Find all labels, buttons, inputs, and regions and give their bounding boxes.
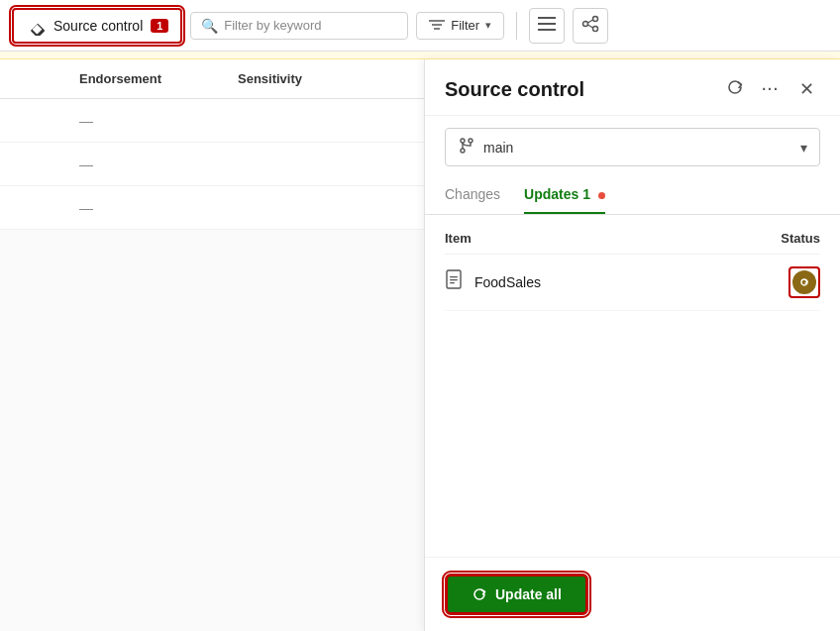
table-header: Endorsement Sensitivity bbox=[0, 59, 424, 99]
source-control-panel: Source control ··· ✕ bbox=[424, 59, 840, 631]
svg-rect-20 bbox=[450, 282, 455, 283]
search-box: 🔍 Filter by keyword bbox=[190, 12, 408, 40]
table-row: — bbox=[0, 99, 424, 143]
close-icon: ✕ bbox=[799, 78, 814, 100]
update-all-section: Update all bbox=[425, 557, 840, 631]
tab-updates[interactable]: Updates 1 bbox=[524, 178, 605, 214]
tabs: Changes Updates 1 bbox=[425, 178, 840, 215]
svg-point-14 bbox=[461, 149, 465, 153]
more-options-button[interactable]: ··· bbox=[757, 75, 785, 103]
tab-changes[interactable]: Changes bbox=[445, 178, 500, 214]
table-row: — bbox=[0, 143, 424, 186]
svg-point-15 bbox=[469, 139, 472, 143]
panel-header: Source control ··· ✕ bbox=[425, 59, 840, 116]
items-header: Item Status bbox=[445, 231, 820, 255]
branch-chevron-icon: ▾ bbox=[800, 140, 807, 156]
endorsement-cell: — bbox=[79, 157, 238, 172]
close-button[interactable]: ✕ bbox=[792, 75, 820, 103]
source-control-label: Source control bbox=[53, 18, 143, 34]
graph-view-button[interactable] bbox=[573, 8, 608, 44]
sensitivity-column-header: Sensitivity bbox=[238, 71, 357, 86]
list-view-button[interactable] bbox=[529, 8, 565, 44]
status-column-header: Status bbox=[781, 231, 820, 246]
update-all-icon bbox=[472, 586, 487, 602]
left-panel: Endorsement Sensitivity — — — bbox=[0, 59, 424, 631]
svg-point-13 bbox=[461, 139, 465, 143]
item-file-icon bbox=[445, 269, 465, 296]
panel-actions: ··· ✕ bbox=[721, 75, 820, 103]
search-placeholder: Filter by keyword bbox=[224, 18, 321, 33]
svg-point-9 bbox=[593, 16, 598, 21]
graph-icon bbox=[581, 15, 599, 37]
panel-title: Source control bbox=[445, 78, 584, 101]
search-icon: 🔍 bbox=[201, 18, 218, 34]
item-name: FoodSales bbox=[474, 274, 541, 290]
refresh-button[interactable] bbox=[721, 75, 749, 103]
filter-lines-icon bbox=[429, 18, 445, 34]
notification-badge: 1 bbox=[151, 19, 168, 33]
list-item: FoodSales bbox=[445, 255, 820, 311]
list-icon bbox=[538, 17, 556, 35]
svg-rect-19 bbox=[450, 279, 458, 280]
status-circle-icon bbox=[792, 270, 816, 294]
update-all-button[interactable]: Update all bbox=[445, 574, 588, 615]
toolbar: Source control 1 🔍 Filter by keyword Fil… bbox=[0, 0, 840, 52]
items-section: Item Status FoodSales bbox=[425, 215, 840, 557]
update-all-label: Update all bbox=[495, 586, 562, 602]
svg-point-8 bbox=[583, 21, 588, 26]
filter-label: Filter bbox=[451, 18, 479, 33]
item-status-badge bbox=[788, 266, 820, 298]
endorsement-cell: — bbox=[79, 113, 238, 129]
filter-chevron-icon: ▾ bbox=[485, 19, 491, 32]
changes-tab-label: Changes bbox=[445, 186, 500, 202]
branch-icon bbox=[458, 137, 475, 158]
branch-dropdown[interactable]: main ▾ bbox=[445, 128, 820, 166]
svg-line-12 bbox=[588, 25, 593, 28]
ellipsis-icon: ··· bbox=[762, 81, 780, 97]
toolbar-divider bbox=[516, 12, 517, 40]
endorsement-cell: — bbox=[79, 200, 238, 216]
updates-tab-dot bbox=[598, 192, 605, 199]
svg-line-11 bbox=[588, 20, 593, 23]
notification-bar bbox=[0, 52, 840, 59]
refresh-icon bbox=[726, 78, 744, 101]
filter-button[interactable]: Filter ▾ bbox=[416, 12, 504, 40]
main-content: Endorsement Sensitivity — — — Source con… bbox=[0, 59, 840, 631]
item-column-header: Item bbox=[445, 231, 472, 246]
svg-point-10 bbox=[593, 26, 598, 31]
source-control-button[interactable]: Source control 1 bbox=[12, 8, 182, 44]
diamond-icon bbox=[26, 16, 46, 36]
table-row: — bbox=[0, 186, 424, 230]
branch-name: main bbox=[483, 140, 513, 156]
svg-rect-18 bbox=[450, 276, 458, 277]
endorsement-column-header: Endorsement bbox=[79, 71, 238, 86]
updates-tab-label: Updates 1 bbox=[524, 186, 590, 202]
